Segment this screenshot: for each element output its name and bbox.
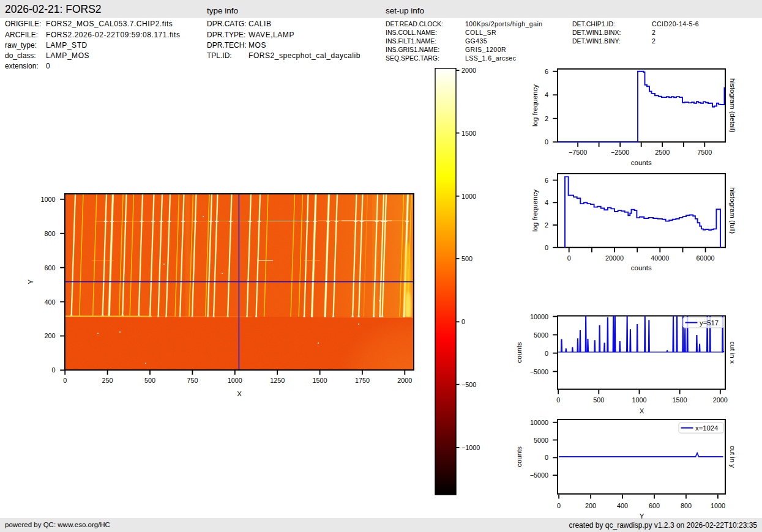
svg-text:0: 0 bbox=[567, 254, 571, 262]
svg-text:1000: 1000 bbox=[228, 377, 242, 384]
svg-text:1000: 1000 bbox=[632, 396, 646, 404]
svg-text:counts: counts bbox=[631, 264, 652, 272]
svg-text:2500: 2500 bbox=[655, 149, 670, 156]
svg-text:6: 6 bbox=[545, 68, 548, 75]
svg-text:750: 750 bbox=[187, 377, 198, 384]
svg-text:counts: counts bbox=[515, 342, 523, 363]
svg-text:0: 0 bbox=[545, 138, 548, 146]
svg-text:0: 0 bbox=[545, 350, 548, 357]
svg-text:1500: 1500 bbox=[461, 130, 476, 137]
svg-text:200: 200 bbox=[44, 332, 55, 339]
svg-text:X: X bbox=[640, 407, 644, 415]
svg-text:−2500: −2500 bbox=[611, 149, 629, 156]
svg-text:4: 4 bbox=[545, 91, 548, 98]
svg-text:400: 400 bbox=[617, 502, 628, 509]
svg-text:0: 0 bbox=[63, 377, 67, 384]
svg-text:400: 400 bbox=[44, 298, 55, 306]
svg-text:2000: 2000 bbox=[461, 67, 476, 74]
svg-text:2000: 2000 bbox=[713, 396, 728, 404]
svg-text:200: 200 bbox=[585, 502, 596, 509]
svg-text:0: 0 bbox=[545, 454, 548, 461]
svg-text:histogram (full): histogram (full) bbox=[729, 187, 736, 234]
svg-text:800: 800 bbox=[681, 502, 692, 509]
svg-text:0: 0 bbox=[51, 366, 55, 374]
svg-text:1250: 1250 bbox=[270, 377, 285, 384]
svg-text:histogram (detail): histogram (detail) bbox=[729, 78, 736, 133]
svg-text:5000: 5000 bbox=[534, 331, 548, 339]
svg-text:40000: 40000 bbox=[651, 254, 669, 262]
svg-text:6: 6 bbox=[545, 177, 548, 184]
svg-text:2: 2 bbox=[545, 115, 548, 122]
svg-text:60000: 60000 bbox=[697, 254, 715, 262]
svg-text:cut in x: cut in x bbox=[729, 341, 736, 364]
svg-text:600: 600 bbox=[44, 264, 55, 272]
svg-text:cut in y: cut in y bbox=[729, 446, 736, 468]
svg-text:counts: counts bbox=[515, 446, 523, 467]
svg-text:−1000: −1000 bbox=[461, 444, 480, 451]
svg-text:0: 0 bbox=[545, 244, 548, 251]
svg-text:0: 0 bbox=[556, 396, 560, 404]
svg-text:0: 0 bbox=[461, 318, 465, 325]
svg-text:−5000: −5000 bbox=[530, 471, 548, 479]
svg-text:5000: 5000 bbox=[534, 437, 548, 444]
svg-text:600: 600 bbox=[649, 502, 660, 509]
svg-text:log frequency: log frequency bbox=[531, 84, 539, 127]
svg-text:Y: Y bbox=[640, 512, 644, 520]
svg-text:500: 500 bbox=[461, 255, 473, 262]
svg-text:x=1024: x=1024 bbox=[695, 424, 718, 432]
svg-text:10000: 10000 bbox=[530, 313, 548, 320]
svg-text:X: X bbox=[237, 390, 242, 397]
svg-text:1000: 1000 bbox=[461, 193, 476, 200]
svg-text:−7500: −7500 bbox=[569, 149, 587, 156]
svg-text:y=517: y=517 bbox=[700, 319, 719, 327]
svg-text:0: 0 bbox=[557, 502, 561, 509]
svg-text:−5000: −5000 bbox=[530, 368, 548, 375]
svg-text:500: 500 bbox=[593, 396, 604, 404]
svg-text:−500: −500 bbox=[461, 381, 476, 388]
svg-text:1500: 1500 bbox=[673, 396, 687, 404]
svg-text:log frequency: log frequency bbox=[531, 190, 539, 232]
svg-text:4: 4 bbox=[545, 199, 548, 206]
svg-text:2: 2 bbox=[545, 221, 548, 229]
svg-text:1000: 1000 bbox=[40, 196, 55, 203]
svg-text:2000: 2000 bbox=[397, 377, 412, 384]
svg-text:1000: 1000 bbox=[711, 502, 725, 509]
svg-text:counts: counts bbox=[631, 159, 652, 166]
svg-text:250: 250 bbox=[102, 377, 113, 384]
svg-text:1500: 1500 bbox=[313, 377, 327, 384]
svg-text:7500: 7500 bbox=[697, 149, 712, 156]
svg-text:Y: Y bbox=[27, 279, 34, 284]
svg-text:1750: 1750 bbox=[355, 377, 370, 384]
svg-text:10000: 10000 bbox=[530, 419, 548, 426]
svg-text:500: 500 bbox=[144, 377, 155, 384]
svg-text:20000: 20000 bbox=[605, 254, 624, 262]
svg-text:800: 800 bbox=[44, 230, 55, 237]
